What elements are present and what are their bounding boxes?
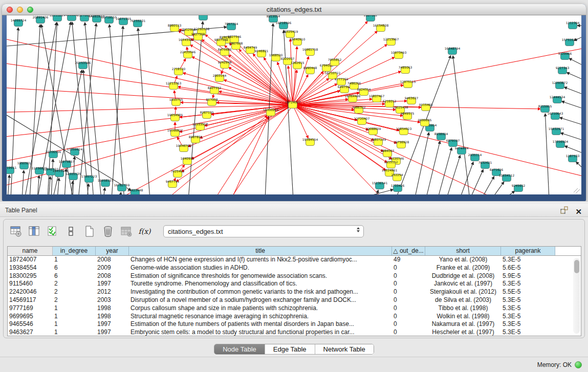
table-cell[interactable]: 5.3E-5 (501, 280, 555, 288)
table-cell[interactable]: 5.3E-5 (501, 296, 555, 304)
table-scrollbar[interactable] (573, 258, 580, 334)
graph-node[interactable]: 9242848 (218, 60, 232, 69)
table-cell[interactable]: Estimation of significance thresholds fo… (129, 272, 392, 280)
graph-node[interactable]: 2803144 (213, 74, 227, 82)
table-cell[interactable]: 2 (53, 296, 96, 304)
row-options-icon[interactable] (64, 225, 78, 238)
table-cell[interactable]: 1 (53, 304, 96, 313)
graph-node[interactable]: 10973493 (391, 51, 407, 59)
table-cell[interactable]: 6 (53, 264, 96, 272)
graph-node[interactable]: 76155231 (130, 19, 146, 27)
minimize-window-button[interactable] (17, 7, 23, 13)
table-cell[interactable]: Nakamura et al. (1997) (425, 320, 501, 329)
graph-node[interactable]: 2935114 (468, 153, 482, 161)
graph-node[interactable]: 1187533 (566, 154, 580, 162)
column-header-out_de[interactable]: △ out_de... (392, 247, 425, 255)
function-builder-icon[interactable]: f(x) (138, 225, 151, 238)
table-cell[interactable]: 1997 (96, 329, 129, 336)
table-cell[interactable]: Estimation of the future numbers of pati… (129, 320, 392, 329)
table-row[interactable]: 1938455462009Genome-wide association stu… (8, 264, 581, 272)
graph-node[interactable]: 10719155 (101, 15, 117, 24)
graph-node[interactable]: 1362615 (291, 61, 304, 69)
column-header-short[interactable]: short (425, 247, 501, 255)
table-cell[interactable]: 1 (53, 256, 96, 264)
column-header-name[interactable]: name (8, 247, 53, 255)
delete-table-icon[interactable] (119, 225, 133, 238)
graph-node[interactable]: 12923448 (127, 188, 143, 194)
table-cell[interactable]: 2012 (96, 288, 129, 296)
graph-node[interactable]: 12505135 (66, 172, 81, 180)
table-cell[interactable]: Franke et al. (2009) (425, 264, 501, 272)
graph-node[interactable]: 7986322 (352, 105, 366, 114)
table-row[interactable]: 969969511998Structural magnetic resonanc… (8, 313, 581, 321)
graph-node[interactable]: 19166822 (167, 128, 183, 137)
table-cell[interactable]: 19384554 (8, 264, 53, 272)
table-cell[interactable]: 22420046 (8, 288, 53, 296)
table-row[interactable]: 2242004622012Investigating the contribut… (8, 288, 581, 296)
column-header-title[interactable]: title (129, 247, 392, 255)
graph-node[interactable]: 7857224 (225, 22, 238, 30)
graph-node[interactable]: 18640910 (290, 37, 306, 46)
table-cell[interactable]: 0 (392, 264, 425, 272)
table-cell[interactable]: 1 (53, 329, 96, 336)
table-cell[interactable]: 5.6E-5 (501, 264, 555, 272)
network-graph[interactable]: 1405572420891406120552871065528715276021… (7, 15, 581, 194)
table-cell[interactable]: 5.3E-5 (501, 320, 555, 329)
graph-node[interactable]: 8860123 (168, 24, 182, 32)
table-cell[interactable]: Jankovic et al. (1997) (425, 280, 501, 288)
table-row[interactable]: 1456911722003Disruption of a novel membe… (8, 296, 581, 304)
canvas-resize-grip[interactable] (574, 188, 580, 193)
table-cell[interactable]: Corpus callosum shape and size in male p… (129, 304, 392, 313)
graph-node[interactable]: 16961758 (302, 48, 318, 56)
graph-node[interactable]: 12213967 (383, 37, 399, 46)
graph-node[interactable]: 1850501 (17, 161, 31, 169)
column-header-in_degree[interactable]: in_degree (53, 247, 96, 255)
table-cell[interactable]: 1997 (96, 320, 129, 329)
table-cell[interactable]: Yano et al. (2008) (425, 256, 501, 264)
table-cell[interactable]: Stergiakouli et al. (2012) (425, 288, 501, 296)
graph-node[interactable]: 20206556 (46, 150, 61, 158)
table-cell[interactable]: 14569117 (8, 296, 53, 304)
table-cell[interactable]: Tourette syndrome. Phenomenology and cla… (129, 280, 392, 288)
graph-node[interactable]: 19671355 (116, 17, 132, 25)
graph-node[interactable]: 9245652 (512, 184, 526, 192)
table-cell[interactable]: 2003 (96, 296, 129, 304)
select-all-columns-icon[interactable] (46, 225, 59, 238)
table-row[interactable]: 946362711997Embryonic stem cells: a mode… (8, 329, 581, 336)
graph-node[interactable]: 9457791 (166, 180, 180, 188)
graph-node[interactable]: 19046788 (176, 144, 192, 152)
graph-node[interactable]: 16033809 (195, 15, 211, 20)
table-cell[interactable]: 1998 (96, 304, 129, 313)
table-cell[interactable]: 0 (392, 272, 425, 280)
graph-node[interactable]: 18325419 (282, 30, 298, 38)
graph-node[interactable]: 20891406 (33, 15, 49, 24)
graph-node[interactable]: 9463627 (405, 96, 419, 104)
graph-node[interactable]: 252254 (391, 173, 403, 181)
graph-node[interactable]: 16648794 (445, 47, 461, 55)
table-cell[interactable]: 2008 (96, 256, 129, 264)
table-cell[interactable]: 6 (53, 272, 96, 280)
table-cell[interactable]: 5.3E-5 (501, 304, 555, 313)
table-cell[interactable]: 9699695 (8, 313, 53, 321)
table-cell[interactable]: 5.5E-5 (501, 288, 555, 296)
graph-node[interactable]: 7625402 (171, 169, 185, 178)
table-row[interactable]: 946554611997Estimation of the future num… (8, 320, 581, 329)
table-mode-icon[interactable] (9, 225, 23, 238)
table-cell[interactable]: 0 (392, 313, 425, 321)
table-cell[interactable]: 0 (392, 320, 425, 329)
graph-node[interactable]: 7485063 (399, 65, 412, 74)
table-cell[interactable]: 0 (392, 296, 425, 304)
graph-node[interactable]: 9474444 (455, 146, 469, 155)
graph-node[interactable]: 1640930 (181, 157, 194, 165)
network-canvas[interactable]: 1405572420891406120552871065528715276021… (7, 15, 581, 194)
table-cell[interactable]: 18724007 (8, 256, 53, 264)
graph-node[interactable]: 16154838 (373, 24, 389, 32)
table-cell[interactable]: Tibbo et al. (1998) (425, 304, 501, 313)
graph-node[interactable]: 3919911 (7, 166, 17, 174)
maximize-window-button[interactable] (27, 7, 33, 13)
close-panel-icon[interactable]: ✕ (575, 207, 582, 216)
table-cell[interactable]: 1997 (96, 280, 129, 288)
graph-node[interactable]: 22420046 (180, 50, 196, 58)
table-cell[interactable]: 9777169 (8, 304, 53, 313)
table-row[interactable]: 1830029562008Estimation of significance … (8, 272, 581, 280)
